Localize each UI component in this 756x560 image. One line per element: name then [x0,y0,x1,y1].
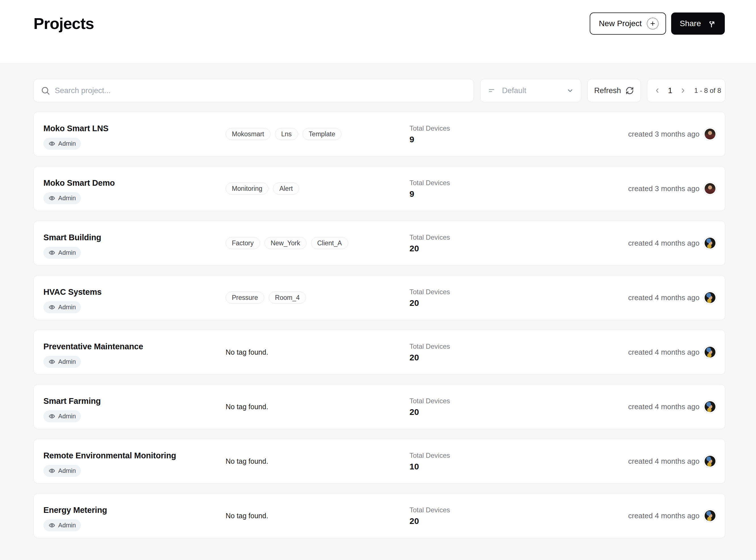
project-card[interactable]: Preventative Maintenance Admin No tag fo… [34,330,726,375]
project-card[interactable]: Remote Environmental Monitoring Admin No… [34,439,726,484]
eye-icon [48,195,55,202]
pagination: 1 1 - 8 of 8 [647,79,726,102]
project-card[interactable]: Smart Building Admin FactoryNew_YorkClie… [34,221,726,265]
eye-icon [48,467,55,474]
eye-icon [48,522,55,529]
page-range: 1 - 8 of 8 [694,87,721,95]
created-text: created 4 months ago [628,239,700,247]
total-devices-label: Total Devices [410,234,628,241]
role-label: Admin [58,467,76,475]
sort-dropdown[interactable]: Default [480,79,581,102]
avatar [705,456,715,466]
refresh-label: Refresh [594,86,621,95]
devices-info: Total Devices 20 [410,221,628,265]
search-box [34,79,474,102]
project-info: Preventative Maintenance Admin [43,330,226,374]
avatar [705,510,715,521]
tag-pill: Client_A [311,237,348,249]
created-text: created 4 months ago [628,293,700,302]
role-label: Admin [58,195,76,202]
created-text: created 4 months ago [628,457,700,466]
eye-icon [48,358,55,365]
tag-pill: Alert [273,183,299,195]
header-actions: New Project Share [590,13,725,35]
project-name: Energy Metering [43,505,226,515]
share-label: Share [680,19,701,28]
project-list: Moko Smart LNS Admin MokosmartLnsTemplat… [34,112,726,538]
tag-pill: New_York [265,237,307,249]
next-page-button[interactable] [677,84,689,97]
project-info: Energy Metering Admin [43,494,226,538]
project-name: HVAC Systems [43,287,226,297]
search-icon [41,86,50,95]
tag-pill: Template [302,128,341,140]
project-card[interactable]: Moko Smart LNS Admin MokosmartLnsTemplat… [34,112,726,157]
share-fork-icon [707,19,716,28]
new-project-label: New Project [599,19,642,28]
share-button[interactable]: Share [671,13,725,35]
project-card[interactable]: HVAC Systems Admin PressureRoom_4 Total … [34,275,726,320]
new-project-button[interactable]: New Project [590,13,666,35]
tag-list: FactoryNew_YorkClient_A [226,237,410,249]
eye-icon [48,304,55,311]
project-name: Preventative Maintenance [43,342,226,351]
prev-page-button[interactable] [651,84,664,97]
total-devices-value: 20 [410,407,628,417]
tag-pill: Monitoring [226,183,269,195]
total-devices-value: 20 [410,244,628,253]
devices-info: Total Devices 9 [410,166,628,211]
role-badge: Admin [43,138,81,149]
tag-pill: Room_4 [269,292,306,304]
total-devices-label: Total Devices [410,397,628,405]
no-tag-text: No tag found. [226,457,268,465]
tag-list: MonitoringAlert [226,183,410,195]
meta-info: created 3 months ago [628,128,716,139]
total-devices-value: 20 [410,298,628,308]
sort-lines-icon [488,86,496,95]
role-badge: Admin [43,411,81,422]
avatar [705,128,715,139]
created-text: created 3 months ago [628,184,700,193]
refresh-icon [626,86,634,95]
role-label: Admin [58,304,76,311]
created-text: created 3 months ago [628,130,700,139]
search-input[interactable] [55,86,467,95]
devices-info: Total Devices 10 [410,439,628,483]
tag-list: PressureRoom_4 [226,292,410,304]
sort-value: Default [502,86,561,95]
project-name: Moko Smart Demo [43,178,226,188]
avatar [705,292,715,303]
project-name: Moko Smart LNS [43,124,226,133]
role-badge: Admin [43,192,81,204]
total-devices-value: 9 [410,135,628,144]
devices-info: Total Devices 9 [410,112,628,156]
created-text: created 4 months ago [628,402,700,411]
eye-icon [48,413,55,420]
project-card[interactable]: Energy Metering Admin No tag found. Tota… [34,493,726,538]
role-badge: Admin [43,465,81,477]
total-devices-label: Total Devices [410,288,628,296]
total-devices-label: Total Devices [410,506,628,514]
project-info: HVAC Systems Admin [43,276,226,320]
project-name: Smart Farming [43,396,226,406]
eye-icon [48,140,55,147]
project-card[interactable]: Smart Farming Admin No tag found. Total … [34,384,726,429]
refresh-button[interactable]: Refresh [587,79,641,102]
project-info: Remote Environmental Monitoring Admin [43,439,226,483]
plus-icon [647,18,659,29]
page-header: Projects New Project Share [0,0,756,64]
total-devices-value: 20 [410,516,628,526]
devices-info: Total Devices 20 [410,494,628,538]
role-badge: Admin [43,247,81,259]
project-info: Smart Building Admin [43,221,226,265]
project-card[interactable]: Moko Smart Demo Admin MonitoringAlert To… [34,166,726,211]
chevron-down-icon [566,87,574,95]
tag-pill: Pressure [226,292,264,304]
tag-list: No tag found. [226,457,410,465]
avatar [705,347,715,358]
role-badge: Admin [43,519,81,531]
created-text: created 4 months ago [628,512,700,520]
role-label: Admin [58,249,76,256]
page-title: Projects [34,13,94,35]
role-badge: Admin [43,301,81,313]
